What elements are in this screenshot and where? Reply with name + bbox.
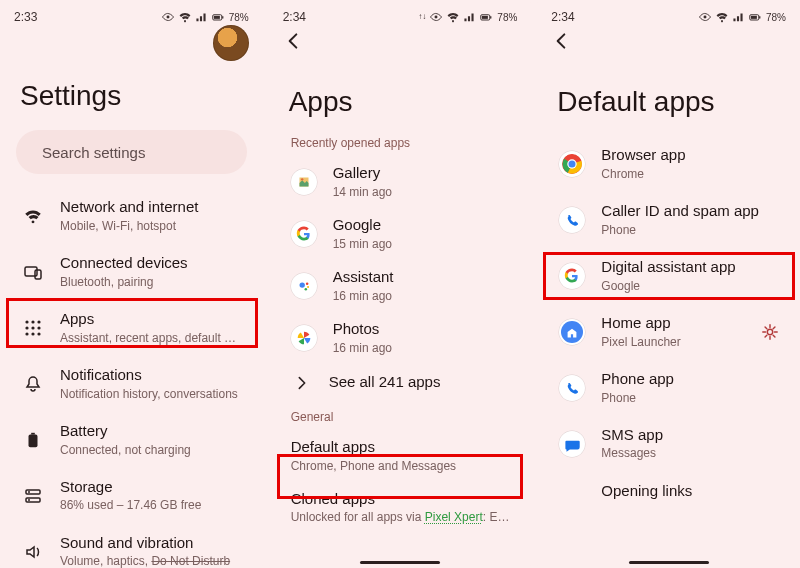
recent-app-photos[interactable]: Photos16 min ago <box>283 312 518 364</box>
item-sub: Phone <box>601 222 780 238</box>
item-label: Cloned apps <box>291 490 512 509</box>
item-sub: Mobile, Wi-Fi, hotspot <box>60 218 243 234</box>
battery-icon <box>22 429 44 451</box>
status-bar: 2:34 78% <box>551 6 786 28</box>
search-input[interactable] <box>40 143 234 162</box>
item-label: Home app <box>601 314 744 333</box>
default-phone[interactable]: Phone appPhone <box>551 360 786 416</box>
section-recent: Recently opened apps <box>291 136 518 150</box>
recent-app-assistant[interactable]: Assistant16 min ago <box>283 260 518 312</box>
pixel-xpert-link[interactable]: Pixel Xpert <box>425 510 483 524</box>
wifi-icon <box>715 10 729 24</box>
back-button[interactable] <box>283 31 303 55</box>
signal-icon <box>463 11 475 23</box>
wifi-icon <box>22 205 44 227</box>
net-rate-icon: ↑↓ <box>418 13 426 21</box>
battery-pct: 78% <box>497 12 517 23</box>
item-label: Browser app <box>601 146 780 165</box>
back-button[interactable] <box>551 31 571 55</box>
item-label: Connected devices <box>60 254 243 273</box>
item-sub: Bluetooth, pairing <box>60 274 243 290</box>
item-label: Battery <box>60 422 243 441</box>
wifi-icon <box>178 10 192 24</box>
item-sub: Messages <box>601 445 780 461</box>
battery-pct: 78% <box>766 12 786 23</box>
eye-icon <box>161 10 175 24</box>
item-label: Assistant <box>333 268 512 287</box>
battery-icon <box>747 11 763 23</box>
home-settings-button[interactable] <box>760 322 780 342</box>
google-icon <box>291 221 317 247</box>
item-label: Photos <box>333 320 512 339</box>
battery-icon <box>478 11 494 23</box>
settings-item-notifications[interactable]: NotificationsNotification history, conve… <box>14 356 249 412</box>
item-sub: Connected, not charging <box>60 442 243 458</box>
settings-item-sound[interactable]: Sound and vibration Volume, haptics, Do … <box>14 524 249 568</box>
wifi-icon <box>446 10 460 24</box>
default-browser[interactable]: Browser appChrome <box>551 136 786 192</box>
item-sub: Unlocked for all apps via Pixel Xpert: E… <box>291 509 512 525</box>
search-settings[interactable] <box>16 130 247 174</box>
item-sub: Assistant, recent apps, default apps <box>60 330 243 346</box>
page-title: Default apps <box>557 86 786 118</box>
default-apps[interactable]: Default appsChrome, Phone and Messages <box>283 430 518 482</box>
recent-app-gallery[interactable]: Gallery14 min ago <box>283 156 518 208</box>
google-icon <box>559 263 585 289</box>
bell-icon <box>22 373 44 395</box>
settings-item-storage[interactable]: Storage86% used – 17.46 GB free <box>14 468 249 524</box>
back-icon <box>283 31 303 51</box>
item-label: Sound and vibration <box>60 534 243 553</box>
nav-handle[interactable] <box>360 561 440 564</box>
page-title: Apps <box>289 86 518 118</box>
assistant-icon <box>291 273 317 299</box>
item-label: Notifications <box>60 366 243 385</box>
item-sub: 86% used – 17.46 GB free <box>60 497 243 513</box>
item-sub: Pixel Launcher <box>601 334 744 350</box>
battery-pct: 78% <box>229 12 249 23</box>
item-sub: Chrome, Phone and Messages <box>291 458 512 474</box>
item-sub: Volume, haptics, Do Not Disturb <box>60 553 243 568</box>
item-label: Gallery <box>333 164 512 183</box>
item-sub: Notification history, conversations <box>60 386 243 402</box>
item-label: Phone app <box>601 370 780 389</box>
item-sub: Phone <box>601 390 780 406</box>
settings-item-network[interactable]: Network and internetMobile, Wi-Fi, hotsp… <box>14 188 249 244</box>
chrome-icon <box>559 151 585 177</box>
section-general: General <box>291 410 518 424</box>
screen-default-apps: 2:34 78% Default apps Browser appChrome … <box>537 0 800 568</box>
default-sms[interactable]: SMS appMessages <box>551 416 786 472</box>
item-label: See all 241 apps <box>329 373 512 392</box>
default-assistant[interactable]: Digital assistant appGoogle <box>551 248 786 304</box>
back-icon <box>551 31 571 51</box>
default-caller-id[interactable]: Caller ID and spam appPhone <box>551 192 786 248</box>
cloned-apps[interactable]: Cloned apps Unlocked for all apps via Pi… <box>283 482 518 534</box>
item-label: Network and internet <box>60 198 243 217</box>
default-home[interactable]: Home appPixel Launcher <box>551 304 786 360</box>
nav-handle[interactable] <box>629 561 709 564</box>
chevron-right-icon <box>291 372 313 394</box>
photos-icon <box>291 325 317 351</box>
see-all-apps[interactable]: See all 241 apps <box>283 364 518 402</box>
settings-item-battery[interactable]: BatteryConnected, not charging <box>14 412 249 468</box>
item-label: Default apps <box>291 438 512 457</box>
home-icon <box>559 319 585 345</box>
storage-icon <box>22 485 44 507</box>
recent-app-google[interactable]: Google15 min ago <box>283 208 518 260</box>
profile-avatar[interactable] <box>213 25 249 61</box>
item-label: Digital assistant app <box>601 258 780 277</box>
status-time: 2:34 <box>551 10 574 24</box>
apps-icon <box>22 317 44 339</box>
phone-icon <box>559 375 585 401</box>
item-sub: 16 min ago <box>333 340 512 356</box>
status-bar: 2:33 78% <box>14 6 249 28</box>
status-time: 2:34 <box>283 10 306 24</box>
settings-item-connected-devices[interactable]: Connected devicesBluetooth, pairing <box>14 244 249 300</box>
opening-links[interactable]: Opening links <box>551 472 786 511</box>
item-label: Opening links <box>601 482 780 501</box>
status-icons: ↑↓ 78% <box>418 10 517 24</box>
status-bar: 2:34 ↑↓ 78% <box>283 6 518 28</box>
settings-item-apps[interactable]: AppsAssistant, recent apps, default apps <box>14 300 249 356</box>
gallery-icon <box>291 169 317 195</box>
signal-icon <box>732 11 744 23</box>
item-sub: 16 min ago <box>333 288 512 304</box>
